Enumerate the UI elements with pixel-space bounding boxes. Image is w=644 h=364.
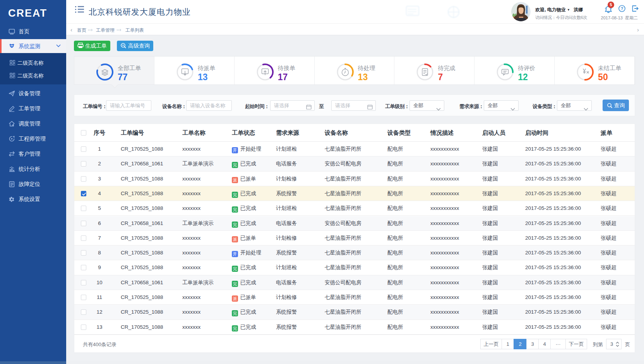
svg-text:?: ?: [621, 6, 623, 11]
